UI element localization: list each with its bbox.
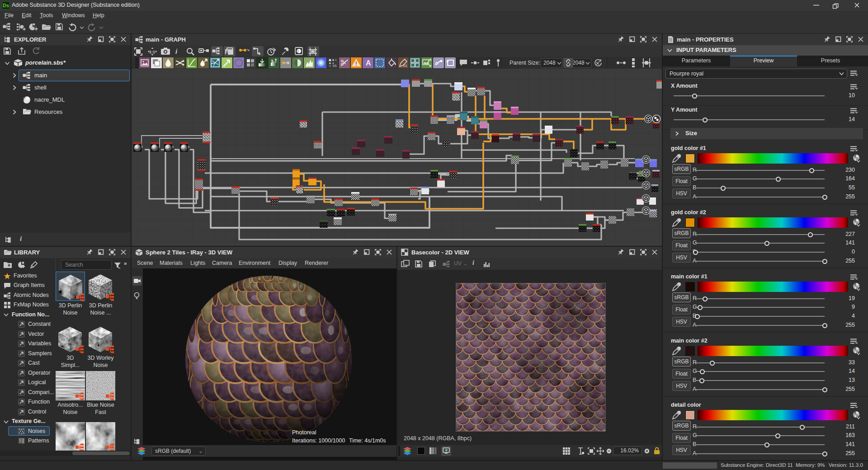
svg-text:01: 01 bbox=[403, 64, 407, 68]
svg-text:i: i bbox=[175, 47, 178, 55]
svg-text:A: A bbox=[366, 59, 371, 67]
svg-text:01: 01 bbox=[333, 64, 337, 68]
svg-text:1:1: 1:1 bbox=[149, 50, 155, 54]
